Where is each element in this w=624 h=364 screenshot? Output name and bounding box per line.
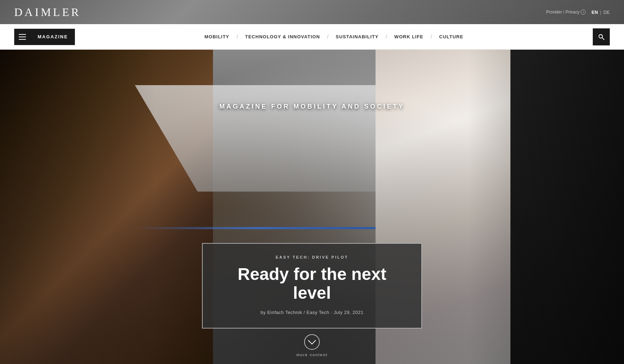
lang-separator: | (600, 10, 601, 15)
nav-item-work[interactable]: WORK LIFE (387, 34, 431, 39)
nav-left: MAGAZINE (14, 29, 75, 45)
nav-center: MOBILITY / TECHNOLOGY & INNOVATION / SUS… (75, 34, 593, 40)
scroll-arrow-icon (308, 336, 316, 344)
nav-item-culture[interactable]: CULTURE (432, 34, 470, 39)
search-icon (598, 33, 605, 40)
nav-item-technology[interactable]: TECHNOLOGY & INNOVATION (238, 34, 327, 39)
hero-card-title: Ready for the next level (217, 265, 407, 303)
nav-item-sustainability[interactable]: SUSTAINABILITY (329, 34, 386, 39)
hero-article-card[interactable]: EASY TECH: DRIVE PILOT Ready for the nex… (202, 243, 422, 329)
hero-card-meta: by Einfach Technik / Easy Tech · July 29… (217, 310, 407, 315)
language-switcher: EN | DE (591, 10, 610, 15)
magazine-button[interactable]: MAGAZINE (31, 29, 75, 45)
scroll-circle (304, 334, 320, 350)
nav-item-mobility[interactable]: MOBILITY (197, 34, 236, 39)
daimler-logo[interactable]: DAIMLER (14, 6, 81, 19)
hamburger-line-3 (19, 39, 26, 40)
svg-point-0 (599, 34, 602, 38)
nav-right (593, 28, 610, 45)
svg-line-1 (602, 38, 604, 40)
search-button[interactable] (593, 28, 610, 45)
hero-card-category: EASY TECH: DRIVE PILOT (217, 255, 407, 259)
hamburger-button[interactable] (14, 29, 31, 45)
hero-subtitle: MAGAZINE FOR MOBILITY AND SOCIETY (219, 103, 405, 110)
provider-privacy-label: Provider / Privacy (546, 10, 579, 15)
top-bar: DAIMLER Provider / Privacy i EN | DE (0, 0, 624, 24)
lang-de[interactable]: DE (603, 10, 610, 15)
scroll-label: more content (296, 353, 328, 357)
lang-en[interactable]: EN (591, 10, 598, 15)
hamburger-line-1 (19, 34, 26, 35)
navbar: MAGAZINE MOBILITY / TECHNOLOGY & INNOVAT… (0, 24, 624, 50)
info-icon: i (581, 10, 586, 15)
scroll-down-button[interactable]: more content (296, 334, 328, 357)
top-bar-right: Provider / Privacy i EN | DE (546, 10, 610, 15)
hero-section: MAGAZINE FOR MOBILITY AND SOCIETY EASY T… (0, 50, 624, 364)
provider-privacy-link[interactable]: Provider / Privacy i (546, 10, 586, 15)
hamburger-line-2 (19, 37, 26, 37)
